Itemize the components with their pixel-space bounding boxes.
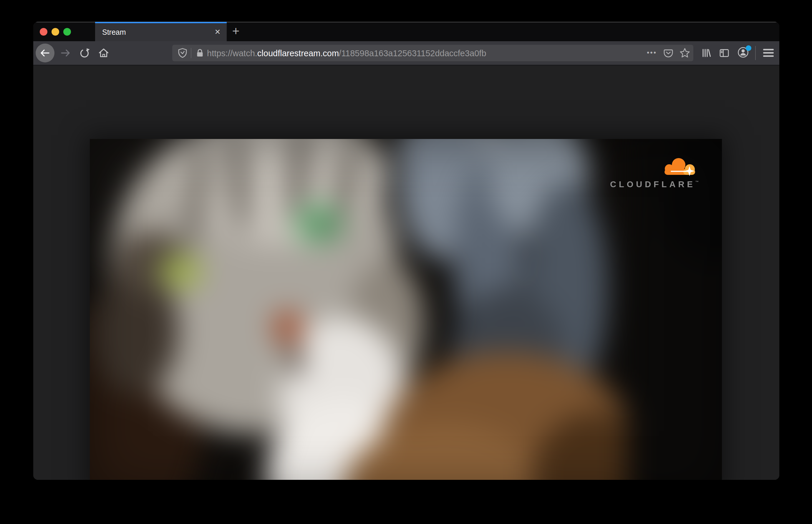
pocket-icon[interactable] xyxy=(663,48,673,58)
url-text[interactable]: https://watch.cloudflarestream.com/11859… xyxy=(207,45,486,61)
lock-icon[interactable] xyxy=(195,48,205,58)
page-content: CLOUDFLARE™ xyxy=(33,66,779,480)
video-player[interactable]: CLOUDFLARE™ xyxy=(90,139,722,480)
close-window-button[interactable] xyxy=(40,28,47,36)
navigation-toolbar: https://watch.cloudflarestream.com/11859… xyxy=(33,41,779,66)
new-tab-button[interactable]: + xyxy=(227,23,244,40)
toolbar-separator xyxy=(755,46,756,60)
page-actions-icon[interactable]: ••• xyxy=(643,45,661,61)
tracking-protection-shield-icon[interactable] xyxy=(177,48,188,58)
trademark-symbol: ™ xyxy=(695,180,699,184)
home-icon[interactable] xyxy=(98,47,110,59)
tab-stream[interactable]: Stream ✕ xyxy=(95,22,227,41)
url-domain: cloudflarestream.com xyxy=(257,49,339,58)
library-icon[interactable] xyxy=(700,47,712,59)
url-bar[interactable]: https://watch.cloudflarestream.com/11859… xyxy=(172,45,693,61)
fullscreen-window-button[interactable] xyxy=(63,28,71,36)
window-top-edge-highlight xyxy=(33,22,779,22)
back-button[interactable] xyxy=(36,44,54,62)
url-prefix: https://watch. xyxy=(207,49,257,58)
forward-icon[interactable] xyxy=(60,47,71,59)
tab-close-icon[interactable]: ✕ xyxy=(212,22,223,41)
url-path: /118598a163a125631152ddaccfe3a0fb xyxy=(339,49,486,58)
account-notification-dot xyxy=(746,45,751,51)
browser-window: Stream ✕ + xyxy=(33,22,779,480)
reload-icon[interactable] xyxy=(79,47,91,59)
tab-title: Stream xyxy=(102,22,126,41)
bookmark-star-icon[interactable] xyxy=(679,47,691,59)
cloudflare-watermark: CLOUDFLARE™ xyxy=(610,155,704,189)
urlbar-divider xyxy=(191,48,191,58)
video-vignette xyxy=(90,139,722,480)
cloudflare-brand-text: CLOUDFLARE™ xyxy=(610,180,704,189)
minimize-window-button[interactable] xyxy=(51,28,59,36)
back-icon xyxy=(39,47,51,59)
cloudflare-cloud-icon xyxy=(655,155,702,179)
tab-bar: Stream ✕ + xyxy=(33,22,779,41)
sidebar-icon[interactable] xyxy=(718,47,730,59)
menu-icon[interactable] xyxy=(763,49,774,57)
